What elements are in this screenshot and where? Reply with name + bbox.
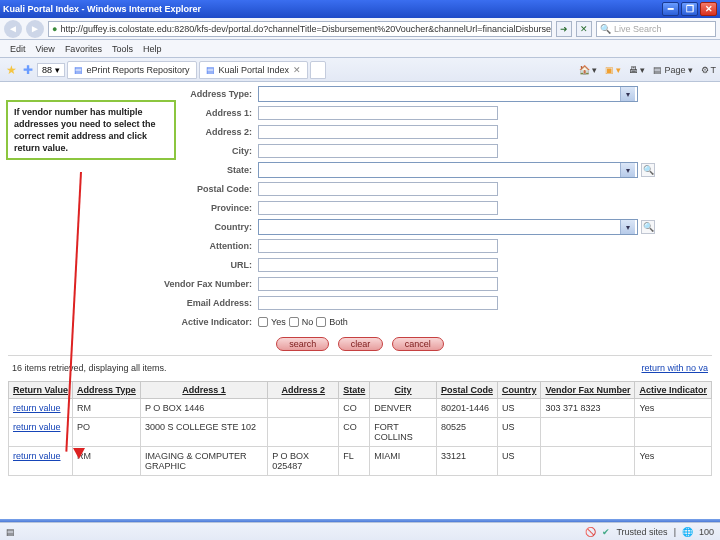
postal-input[interactable] [258, 182, 498, 196]
page-menu[interactable]: ▤ Page ▾ [653, 65, 692, 75]
security-shield-icon[interactable]: ✔ [602, 527, 610, 537]
state-select[interactable] [258, 162, 638, 178]
tab-eprint[interactable]: ▤ ePrint Reports Repository [67, 61, 197, 79]
tab-list-dropdown[interactable]: 88 ▾ [37, 63, 65, 77]
cell-city: MIAMI [370, 447, 437, 476]
table-row: return valuePO3000 S COLLEGE STE 102COFO… [9, 418, 712, 447]
cell-postal: 33121 [436, 447, 497, 476]
home-button[interactable]: 🏠 ▾ [579, 65, 597, 75]
label-fax: Vendor Fax Number: [8, 279, 258, 289]
cell-active [635, 418, 712, 447]
new-tab-button[interactable] [310, 61, 326, 79]
feeds-button[interactable]: ▣ ▾ [605, 65, 621, 75]
menu-bar: Edit View Favorites Tools Help [0, 40, 720, 58]
forward-button[interactable]: ► [26, 20, 44, 38]
radio-no[interactable] [289, 317, 299, 327]
cell-active: Yes [635, 399, 712, 418]
favorites-icon[interactable]: ★ [4, 63, 19, 77]
cell-address2 [268, 399, 339, 418]
cell-address1: 3000 S COLLEGE STE 102 [140, 418, 267, 447]
col-return-value[interactable]: Return Value [9, 382, 73, 399]
search-button[interactable]: search [276, 337, 329, 351]
cell-address-type: RM [73, 399, 141, 418]
col-address2[interactable]: Address 2 [268, 382, 339, 399]
col-address1[interactable]: Address 1 [140, 382, 267, 399]
url-input[interactable] [258, 258, 498, 272]
menu-edit[interactable]: Edit [10, 44, 26, 54]
popup-blocked-icon[interactable]: 🚫 [585, 527, 596, 537]
return-value-link[interactable]: return value [13, 403, 61, 413]
cell-country: US [497, 399, 541, 418]
menu-help[interactable]: Help [143, 44, 162, 54]
country-lookup-icon[interactable]: 🔍 [641, 220, 655, 234]
menu-tools[interactable]: Tools [112, 44, 133, 54]
zoom-value: 100 [699, 527, 714, 537]
go-button[interactable]: ➜ [556, 21, 572, 37]
tab-toolbar: ★ ✚ 88 ▾ ▤ ePrint Reports Repository ▤ K… [0, 58, 720, 82]
label-state: State: [8, 165, 258, 175]
cell-country: US [497, 418, 541, 447]
cell-address2 [268, 418, 339, 447]
cell-state: FL [339, 447, 370, 476]
menu-view[interactable]: View [36, 44, 55, 54]
attention-input[interactable] [258, 239, 498, 253]
address-bar[interactable]: ● http://guffey.is.colostate.edu:8280/kf… [48, 21, 552, 37]
menu-favorites[interactable]: Favorites [65, 44, 102, 54]
cell-fax: 303 371 8323 [541, 399, 635, 418]
cell-city: DENVER [370, 399, 437, 418]
refresh-button[interactable]: ✕ [576, 21, 592, 37]
minimize-button[interactable]: ━ [662, 2, 679, 16]
back-button[interactable]: ◄ [4, 20, 22, 38]
col-city[interactable]: City [370, 382, 437, 399]
clear-button[interactable]: clear [338, 337, 384, 351]
print-button[interactable]: 🖶 ▾ [629, 65, 645, 75]
cell-country: US [497, 447, 541, 476]
return-no-value-link[interactable]: return with no va [641, 363, 708, 373]
city-input[interactable] [258, 144, 498, 158]
tab-label: Kuali Portal Index [219, 65, 290, 75]
country-select[interactable] [258, 219, 638, 235]
address-url: http://guffey.is.colostate.edu:8280/kfs-… [60, 24, 552, 34]
col-country[interactable]: Country [497, 382, 541, 399]
address-type-select[interactable] [258, 86, 638, 102]
fax-input[interactable] [258, 277, 498, 291]
tab-label: ePrint Reports Repository [87, 65, 190, 75]
close-button[interactable]: ✕ [700, 2, 717, 16]
col-fax[interactable]: Vendor Fax Number [541, 382, 635, 399]
maximize-button[interactable]: ❐ [681, 2, 698, 16]
col-address-type[interactable]: Address Type [73, 382, 141, 399]
cell-state: CO [339, 399, 370, 418]
divider [8, 355, 712, 356]
cell-fax [541, 447, 635, 476]
instruction-callout: If vendor number has multiple addresses … [6, 100, 176, 160]
tools-menu[interactable]: ⚙ T [701, 65, 717, 75]
add-favorite-icon[interactable]: ✚ [21, 63, 35, 77]
state-lookup-icon[interactable]: 🔍 [641, 163, 655, 177]
col-state[interactable]: State [339, 382, 370, 399]
browser-search-input[interactable]: 🔍 Live Search [596, 21, 716, 37]
label-postal: Postal Code: [8, 184, 258, 194]
email-input[interactable] [258, 296, 498, 310]
results-meta: 16 items retrieved, displaying all items… [0, 360, 720, 381]
col-active[interactable]: Active Indicator [635, 382, 712, 399]
results-table: Return Value Address Type Address 1 Addr… [8, 381, 712, 476]
return-value-link[interactable]: return value [13, 422, 61, 432]
label-active: Active Indicator: [8, 317, 258, 327]
table-row: return valueRMIMAGING & COMPUTER GRAPHIC… [9, 447, 712, 476]
return-value-link[interactable]: return value [13, 451, 61, 461]
col-postal[interactable]: Postal Code [436, 382, 497, 399]
address2-input[interactable] [258, 125, 498, 139]
radio-yes[interactable] [258, 317, 268, 327]
close-icon[interactable]: ✕ [293, 65, 301, 75]
nav-toolbar: ◄ ► ● http://guffey.is.colostate.edu:828… [0, 18, 720, 40]
cell-postal: 80525 [436, 418, 497, 447]
cancel-button[interactable]: cancel [392, 337, 444, 351]
zoom-icon[interactable]: 🌐 [682, 527, 693, 537]
province-input[interactable] [258, 201, 498, 215]
cell-address2: P O BOX 025487 [268, 447, 339, 476]
zone-separator: | [674, 527, 676, 537]
address1-input[interactable] [258, 106, 498, 120]
radio-both[interactable] [316, 317, 326, 327]
tab-kuali[interactable]: ▤ Kuali Portal Index ✕ [199, 61, 309, 79]
active-indicator-group: Yes No Both [258, 317, 712, 327]
